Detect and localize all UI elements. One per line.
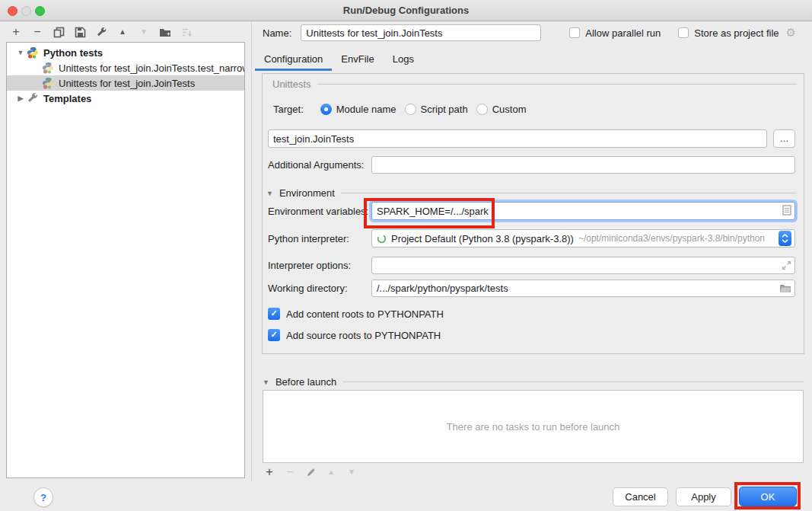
environment-variables-value: SPARK_HOME=/.../spark <box>377 206 489 217</box>
add-task-icon[interactable]: + <box>264 465 275 479</box>
allow-parallel-run-label: Allow parallel run <box>585 27 661 39</box>
unittests-group-header: Unittests <box>272 78 797 90</box>
target-label: Target: <box>273 104 304 115</box>
copy-configuration-icon[interactable] <box>53 25 65 39</box>
working-directory-input[interactable]: /.../spark/python/pyspark/tests <box>371 279 795 297</box>
cancel-button[interactable]: Cancel <box>613 487 668 506</box>
additional-arguments-label: Additional Arguments: <box>268 159 368 171</box>
name-input[interactable] <box>301 24 541 41</box>
edit-templates-icon[interactable] <box>95 25 107 39</box>
python-interpreter-value: Project Default (Python 3.8 (pyspark-3.8… <box>391 233 574 244</box>
radio-script-path[interactable]: Script path <box>405 104 468 115</box>
apply-button[interactable]: Apply <box>676 487 731 506</box>
select-stepper-icon[interactable] <box>779 231 791 246</box>
working-directory-value: /.../spark/python/pyspark/tests <box>377 283 508 294</box>
radio-module-name[interactable]: Module name <box>320 104 396 115</box>
radio-selected-icon[interactable] <box>320 104 332 115</box>
interpreter-options-row: Interpreter options: <box>268 257 795 274</box>
expand-icon[interactable]: ▶ <box>14 94 27 102</box>
radio-script-path-label: Script path <box>421 104 468 115</box>
move-down-icon[interactable]: ▼ <box>138 25 150 39</box>
edit-task-icon[interactable] <box>305 465 316 479</box>
add-configuration-icon[interactable]: + <box>10 25 22 39</box>
tree-item-label: Unittests for test_join.JoinTests <box>59 78 195 89</box>
task-down-icon[interactable]: ▼ <box>346 465 357 479</box>
tree-item-jointests-selected[interactable]: Unittests for test_join.JoinTests <box>7 75 244 91</box>
tree-item-label: Unittests for test_join.JoinTests.test_n… <box>59 62 244 74</box>
browse-target-button[interactable]: … <box>773 129 795 148</box>
before-launch-empty-text: There are no tasks to run before launch <box>447 421 620 433</box>
before-launch-section-header[interactable]: ▼ Before launch <box>263 376 804 388</box>
radio-custom-label: Custom <box>492 104 527 115</box>
additional-arguments-row: Additional Arguments: <box>268 156 795 174</box>
python-interpreter-row: Python interpreter: Project Default (Pyt… <box>268 229 795 248</box>
config-tabs: Configuration EnvFile Logs <box>255 50 423 71</box>
environment-section-header[interactable]: ▼ Environment <box>266 187 797 199</box>
add-content-roots-label: Add content roots to PYTHONPATH <box>286 308 444 320</box>
move-up-icon[interactable]: ▲ <box>116 25 129 39</box>
title-bar: Run/Debug Configurations <box>0 0 812 21</box>
ok-button[interactable]: OK <box>739 487 797 506</box>
checkbox-checked-icon[interactable] <box>268 329 280 341</box>
add-source-roots-label: Add source roots to PYTHONPATH <box>286 330 441 341</box>
configurations-toolbar: + − ▲ ▼ <box>10 24 193 40</box>
additional-arguments-input[interactable] <box>371 156 795 174</box>
radio-unselected-icon[interactable] <box>405 104 416 115</box>
python-tests-icon <box>27 46 39 59</box>
radio-custom[interactable]: Custom <box>476 104 527 115</box>
tree-item-templates[interactable]: ▶ Templates <box>7 91 244 106</box>
working-directory-row: Working directory: /.../spark/python/pys… <box>268 279 795 297</box>
environment-variables-input[interactable]: SPARK_HOME=/.../spark <box>371 202 795 220</box>
target-row: Target: Module name Script path Custom <box>273 104 795 115</box>
task-up-icon[interactable]: ▲ <box>326 465 336 479</box>
working-directory-label: Working directory: <box>268 283 368 294</box>
tab-logs[interactable]: Logs <box>384 50 423 71</box>
templates-wrench-icon <box>27 92 39 104</box>
remove-task-icon[interactable]: − <box>285 465 295 479</box>
environment-variables-label: Environment variables: <box>268 206 368 217</box>
add-content-roots-checkbox[interactable]: Add content roots to PYTHONPATH <box>268 308 795 320</box>
help-button[interactable]: ? <box>33 487 53 507</box>
splitter[interactable] <box>251 21 252 481</box>
python-test-icon <box>42 62 54 74</box>
allow-parallel-run-checkbox[interactable]: Allow parallel run <box>569 27 661 39</box>
target-value-row: … <box>268 129 795 148</box>
configurations-tree: ▼ Python tests Unittests for test_join.J… <box>6 42 245 478</box>
collapse-icon[interactable]: ▼ <box>263 378 269 386</box>
group-divider <box>342 382 804 382</box>
add-source-roots-checkbox[interactable]: Add source roots to PYTHONPATH <box>268 329 795 341</box>
before-launch-task-list: There are no tasks to run before launch <box>263 390 804 463</box>
tab-envfile[interactable]: EnvFile <box>332 50 383 71</box>
environment-variables-row: Environment variables: SPARK_HOME=/.../s… <box>268 202 795 220</box>
environment-section-label: Environment <box>279 187 335 199</box>
radio-module-name-label: Module name <box>336 104 396 115</box>
expand-field-icon[interactable] <box>782 260 791 270</box>
tab-configuration[interactable]: Configuration <box>255 50 332 71</box>
tree-item-label: Python tests <box>43 47 103 59</box>
collapse-icon[interactable]: ▼ <box>14 49 27 56</box>
new-folder-icon[interactable] <box>159 25 171 39</box>
python-interpreter-select[interactable]: Project Default (Python 3.8 (pyspark-3.8… <box>371 229 795 248</box>
tree-item-test-narrow[interactable]: Unittests for test_join.JoinTests.test_n… <box>7 60 244 75</box>
remove-configuration-icon[interactable]: − <box>31 25 43 39</box>
python-interpreter-label: Python interpreter: <box>268 233 368 244</box>
target-input[interactable] <box>268 129 767 148</box>
tree-item-python-tests[interactable]: ▼ Python tests <box>7 45 244 60</box>
checkbox-checked-icon[interactable] <box>268 308 280 320</box>
interpreter-options-text[interactable] <box>377 258 782 273</box>
store-as-project-file-checkbox[interactable]: Store as project file <box>678 27 779 39</box>
interpreter-options-input[interactable] <box>371 257 795 274</box>
checkbox-unchecked[interactable] <box>569 27 580 38</box>
window-title: Run/Debug Configurations <box>0 5 812 16</box>
sort-configurations-icon[interactable] <box>180 25 193 39</box>
env-vars-list-icon[interactable] <box>782 205 791 218</box>
radio-unselected-icon[interactable] <box>476 104 488 115</box>
checkbox-unchecked[interactable] <box>678 27 689 38</box>
python-test-icon <box>42 77 54 89</box>
save-configuration-icon[interactable] <box>74 25 86 39</box>
store-as-project-file-label: Store as project file <box>694 27 779 39</box>
collapse-icon[interactable]: ▼ <box>266 190 273 197</box>
folder-browse-icon[interactable] <box>779 283 791 293</box>
store-settings-gear-icon[interactable]: ⚙ <box>786 26 796 40</box>
name-label: Name: <box>263 27 291 39</box>
